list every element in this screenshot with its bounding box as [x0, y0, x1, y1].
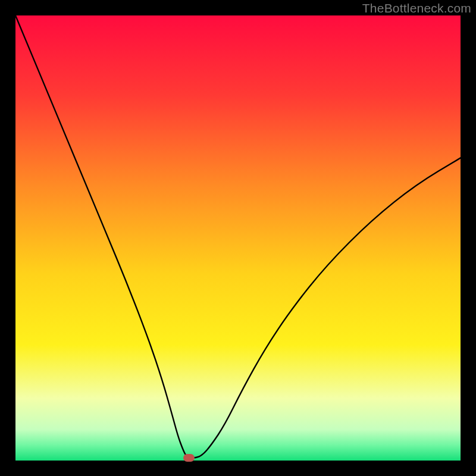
- curve-path: [15, 15, 461, 458]
- optimal-point-marker: [183, 454, 195, 462]
- chart-frame: [15, 15, 461, 461]
- watermark-label: TheBottleneck.com: [362, 1, 471, 15]
- bottleneck-curve: [15, 15, 461, 461]
